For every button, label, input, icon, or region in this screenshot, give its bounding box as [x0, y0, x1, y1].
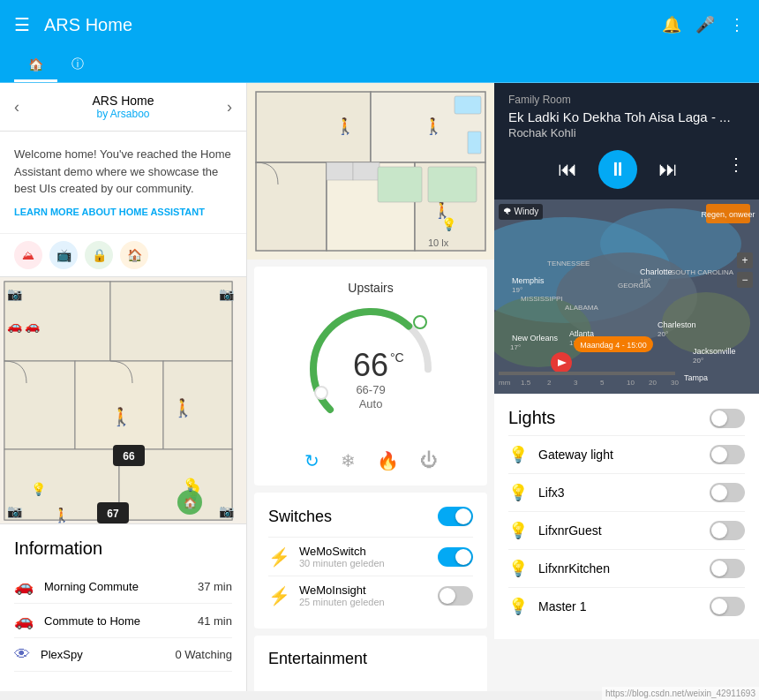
eye-icon: 👁 [14, 645, 30, 664]
next-btn[interactable]: ⏭ [658, 158, 678, 181]
svg-rect-39 [455, 96, 481, 114]
lights-header: Lights [508, 408, 745, 428]
lights-master-knob [711, 410, 727, 426]
media-room: Family Room [508, 94, 745, 106]
light-icon-2: 💡 [508, 521, 528, 540]
light-toggle-2[interactable] [710, 521, 745, 540]
switch-row-wemo: ⚡ WeMoSwitch 30 minuten geleden [268, 537, 473, 576]
tab-bar: 🏠 ⓘ [0, 49, 759, 83]
fp-icon-1[interactable]: 📺 [49, 241, 78, 269]
svg-text:66: 66 [123, 450, 135, 463]
svg-text:+: + [741, 254, 748, 267]
info-row-home: 🚗 Commute to Home 41 min [14, 604, 232, 638]
app-header: ☰ ARS Home 🔔 🎤 ⋮ [0, 0, 759, 49]
svg-text:🏠: 🏠 [184, 496, 197, 509]
refresh-btn[interactable]: ↻ [304, 450, 319, 471]
thermostat-controls: ↻ ❄ 🔥 ⏻ [268, 450, 473, 471]
svg-text:New Orleans: New Orleans [512, 334, 559, 342]
menu-icon[interactable]: ☰ [14, 14, 30, 35]
fp-icon-3[interactable]: 🏠 [120, 241, 148, 269]
light-toggle-1[interactable] [710, 483, 745, 502]
light-icon-3: 💡 [508, 559, 528, 578]
svg-text:19°: 19° [512, 286, 522, 294]
entertainment-title: Entertainment [268, 650, 473, 668]
light-toggle-3[interactable] [710, 559, 745, 578]
bell-icon[interactable]: 🔔 [662, 15, 681, 34]
svg-text:mm: mm [499, 379, 511, 387]
nav-title: ARS Home by Arsaboo [19, 94, 227, 120]
light-toggle-0[interactable] [710, 445, 745, 464]
svg-rect-3 [4, 361, 75, 449]
light-row-2: 💡 LifxnrGuest [508, 511, 745, 549]
light-knob-0 [711, 447, 727, 463]
svg-text:🚶: 🚶 [335, 117, 356, 136]
header-actions: 🔔 🎤 ⋮ [662, 15, 745, 34]
svg-text:🚶: 🚶 [53, 507, 71, 523]
wemo-insight-toggle[interactable] [438, 586, 473, 606]
svg-text:3: 3 [574, 379, 578, 387]
map-card: MISSISSIPPI ALABAMA GEORGIA SOUTH CAROLI… [494, 199, 759, 394]
commute-home-value: 41 min [198, 614, 232, 628]
thermostat-label: Upstairs [268, 281, 473, 295]
welcome-text: Welcome home! You've reached the Home As… [0, 132, 246, 233]
nav-title-text: ARS Home [19, 94, 227, 108]
light-toggle-4[interactable] [710, 597, 745, 616]
svg-text:TENNESSEE: TENNESSEE [547, 260, 590, 267]
svg-text:30: 30 [671, 379, 679, 387]
svg-rect-4 [75, 361, 163, 449]
commute-home-label: Commute to Home [44, 614, 187, 628]
nav-forward[interactable]: › [227, 98, 232, 117]
flame-btn[interactable]: 🔥 [377, 450, 399, 471]
media-song: Ek Ladki Ko Dekha Toh Aisa Laga - ... [508, 109, 745, 124]
info-row-morning: 🚗 Morning Commute 37 min [14, 569, 232, 604]
fp-icon-2[interactable]: 🔒 [85, 241, 113, 269]
nav-header: ‹ ARS Home by Arsaboo › [0, 83, 246, 132]
light-knob-1 [711, 485, 727, 501]
right-panel: Family Room Ek Ladki Ko Dekha Toh Aisa L… [494, 83, 759, 691]
watermark: https://blog.csdn.net/weixin_42911693 [602, 687, 759, 691]
svg-text:Charleston: Charleston [658, 320, 696, 329]
info-title: Information [14, 538, 232, 559]
prev-btn[interactable]: ⏮ [558, 158, 577, 181]
snowflake-btn[interactable]: ❄ [341, 450, 356, 471]
switches-master-toggle[interactable] [438, 507, 473, 526]
svg-text:🚶: 🚶 [424, 117, 444, 136]
learn-more-link[interactable]: LEARN MORE ABOUT HOME ASSISTANT [14, 205, 232, 220]
svg-rect-38 [353, 162, 380, 180]
home-tab-icon: 🏠 [28, 57, 43, 72]
play-pause-btn[interactable]: ⏸ [598, 150, 637, 189]
tab-home[interactable]: 🏠 [14, 49, 57, 82]
wemo-switch-time: 30 minuten geleden [299, 558, 429, 568]
svg-rect-2 [110, 282, 232, 361]
more-icon[interactable]: ⋮ [729, 15, 745, 34]
plexspy-label: PlexSpy [41, 648, 164, 661]
svg-text:66-79: 66-79 [356, 383, 385, 396]
lights-master-toggle[interactable] [710, 409, 745, 428]
svg-text:SOUTH CAROLINA: SOUTH CAROLINA [671, 268, 734, 276]
tab-info[interactable]: ⓘ [57, 49, 98, 82]
svg-text:5: 5 [600, 379, 605, 387]
nav-subtitle[interactable]: by Arsaboo [19, 108, 227, 120]
wemo-switch-knob [455, 549, 471, 565]
mic-icon[interactable]: 🎤 [695, 15, 715, 34]
fp-icon-0[interactable]: ⛰ [14, 241, 42, 269]
app-title: ARS Home [44, 15, 648, 35]
svg-rect-40 [468, 132, 481, 154]
car-icon-morning: 🚗 [14, 576, 34, 596]
light-row-4: 💡 Master 1 [508, 587, 745, 625]
wemo-switch-name: WeMoSwitch [299, 545, 429, 558]
power-btn[interactable]: ⏻ [420, 450, 438, 471]
svg-text:66: 66 [353, 347, 388, 383]
light-name-1: Lifx3 [538, 485, 699, 500]
switches-card: Switches ⚡ WeMoSwitch 30 minuten geleden… [254, 493, 487, 628]
svg-text:10 lx: 10 lx [428, 237, 449, 248]
thermostat-card: Upstairs 66 °C 66-79 Auto [254, 267, 487, 485]
svg-text:MISSISSIPPI: MISSISSIPPI [521, 295, 563, 303]
lights-card: Lights 💡 Gateway light 💡 Lifx3 [494, 394, 759, 639]
svg-text:Charlotte: Charlotte [640, 267, 673, 276]
media-more-btn[interactable]: ⋮ [727, 154, 745, 175]
wemo-switch-toggle[interactable] [438, 547, 473, 567]
switches-title: Switches [268, 508, 438, 526]
svg-text:20: 20 [649, 379, 657, 387]
svg-text:67: 67 [107, 508, 119, 520]
